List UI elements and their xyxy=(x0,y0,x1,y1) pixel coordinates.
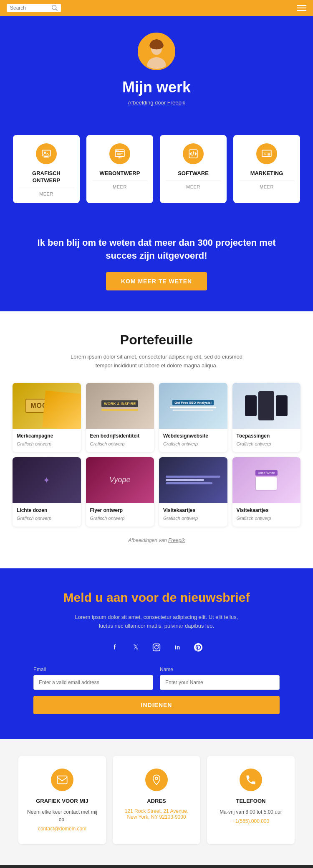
name-input[interactable] xyxy=(160,675,280,690)
contact-telefoon-link[interactable]: +1(555).000.000 xyxy=(215,818,286,824)
service-meer-webontwerp[interactable]: MEER xyxy=(92,181,147,189)
contact-adres-link[interactable]: 121 Rock Street, 21 Avenue. New York, NY… xyxy=(121,808,192,820)
portfolio-item-4-title: Lichte dozen xyxy=(17,507,77,513)
portfolio-item-5[interactable]: Vyope Flyer ontwerp Grafisch ontwerp xyxy=(86,457,154,527)
svg-point-19 xyxy=(155,777,158,779)
portfolio-item-0-category: Grafisch ontwerp xyxy=(17,441,51,446)
newsletter-description: Lorem ipsum dolor sit amet, consectetur … xyxy=(73,613,240,631)
contact-icon-email xyxy=(51,769,73,791)
contact-telefoon-title: TELEFOON xyxy=(215,798,286,804)
portfolio-item-4[interactable]: ✦ Lichte dozen Grafisch ontwerp xyxy=(13,457,81,527)
portfolio-item-7-title: Visitekaartjes xyxy=(237,507,297,513)
svg-point-8 xyxy=(116,150,117,151)
portfolio-item-5-title: Flyer ontwerp xyxy=(90,507,150,513)
contact-telefoon-text: Ma-vrij van 8.00 tot 5.00 uur xyxy=(215,808,286,816)
portfolio-item-6[interactable]: Visitekaartjes Grafisch ontwerp xyxy=(159,457,227,527)
service-icon-webontwerp xyxy=(109,143,130,164)
service-title-webontwerp: WEBONTWERP xyxy=(92,170,147,177)
social-pinterest[interactable] xyxy=(192,641,205,654)
social-instagram[interactable] xyxy=(150,641,163,654)
name-group: Name xyxy=(160,667,280,690)
portfolio-item-1-title: Een bedrijfsidentiteit xyxy=(90,433,150,439)
social-linkedin[interactable]: in xyxy=(171,641,184,654)
avatar xyxy=(138,33,175,70)
contact-icon-phone xyxy=(240,769,262,791)
svg-point-9 xyxy=(118,150,119,151)
service-icon-software xyxy=(183,143,204,164)
svg-rect-14 xyxy=(268,153,270,155)
portfolio-item-1[interactable]: WORK & INSPIRE Een bedrijfsidentiteit Gr… xyxy=(86,383,154,452)
search-box[interactable] xyxy=(7,4,61,12)
portfolio-item-3-title: Toepassingen xyxy=(237,433,297,439)
social-twitter[interactable]: 𝕏 xyxy=(129,641,142,654)
service-title-grafisch: GRAFISCHONTWERP xyxy=(19,170,74,184)
svg-rect-15 xyxy=(153,644,160,651)
svg-point-17 xyxy=(158,645,159,646)
header xyxy=(0,0,313,16)
footer: Sample text. Click to select the Text El… xyxy=(0,865,313,868)
name-label: Name xyxy=(160,667,280,672)
services-section: GRAFISCHONTWERP MEER WEBONTWERP MEER xyxy=(0,127,313,224)
hamburger-menu[interactable] xyxy=(297,5,306,11)
hero-title: Mijn werk xyxy=(8,79,305,96)
portfolio-item-5-category: Grafisch ontwerp xyxy=(90,516,125,521)
svg-rect-4 xyxy=(42,150,50,156)
search-input[interactable] xyxy=(10,5,52,11)
portfolio-item-0-title: Merkcampagne xyxy=(17,433,77,439)
contact-section: GRAFIEK VOOR MIJ Neem elke keer contact … xyxy=(0,739,313,865)
contact-card-adres: ADRES 121 Rock Street, 21 Avenue. New Yo… xyxy=(113,756,200,844)
svg-point-16 xyxy=(155,645,158,649)
portfolio-section: Portefeuille Lorem ipsum dolor sit amet,… xyxy=(0,311,313,568)
contact-grafiek-link[interactable]: contact@domein.com xyxy=(27,826,98,832)
contact-card-grafiek: GRAFIEK VOOR MIJ Neem elke keer contact … xyxy=(18,756,106,844)
portfolio-item-0[interactable]: MOCKUP Merkcampagne Grafisch ontwerp xyxy=(13,383,81,452)
portfolio-credit-link[interactable]: Freepik xyxy=(168,537,185,543)
portfolio-item-2-category: Grafisch ontwerp xyxy=(163,441,198,446)
email-label: Email xyxy=(33,667,153,672)
cta-text: Ik ben blij om te weten dat meer dan 300… xyxy=(33,237,280,262)
contact-grafiek-text: Neem elke keer contact met mij op. xyxy=(27,808,98,823)
portfolio-item-3[interactable]: Toepassingen Grafisch ontwerp xyxy=(232,383,301,452)
service-card-webontwerp[interactable]: WEBONTWERP MEER xyxy=(86,135,153,203)
portfolio-credit: Afbeeldingen van Freepik xyxy=(13,533,300,556)
service-meer-grafisch[interactable]: MEER xyxy=(19,188,74,196)
hero-subtitle[interactable]: Afbeelding door Freepik xyxy=(8,99,305,106)
portfolio-item-6-category: Grafisch ontwerp xyxy=(163,516,198,521)
portfolio-item-7-category: Grafisch ontwerp xyxy=(237,516,271,521)
hero-section: Mijn werk Afbeelding door Freepik xyxy=(0,16,313,127)
submit-button[interactable]: INDIENEN xyxy=(33,696,280,714)
portfolio-title: Portefeuille xyxy=(13,332,300,348)
portfolio-item-7[interactable]: Bose White Visitekaartjes Grafisch ontwe… xyxy=(232,457,301,527)
contact-card-telefoon: TELEFOON Ma-vrij van 8.00 tot 5.00 uur +… xyxy=(207,756,295,844)
email-group: Email xyxy=(33,667,153,690)
portfolio-grid: MOCKUP Merkcampagne Grafisch ontwerp WOR… xyxy=(13,383,300,527)
search-icon xyxy=(52,5,58,11)
portfolio-item-6-title: Visitekaartjes xyxy=(163,507,223,513)
svg-rect-18 xyxy=(57,776,67,784)
cta-button[interactable]: KOM MEER TE WETEN xyxy=(106,272,207,290)
service-title-software: SOFTWARE xyxy=(166,170,221,177)
service-meer-software[interactable]: MEER xyxy=(166,181,221,189)
social-icons: f 𝕏 in xyxy=(33,641,280,654)
service-icon-grafisch xyxy=(36,143,57,164)
portfolio-item-2[interactable]: Get Free SEO Analysis! Webdesignwebsite … xyxy=(159,383,227,452)
portfolio-item-2-title: Webdesignwebsite xyxy=(163,433,223,439)
contact-icon-location xyxy=(145,769,168,791)
portfolio-item-4-category: Grafisch ontwerp xyxy=(17,516,51,521)
portfolio-item-1-category: Grafisch ontwerp xyxy=(90,441,125,446)
contact-grafiek-title: GRAFIEK VOOR MIJ xyxy=(27,798,98,804)
newsletter-title: Meld u aan voor de nieuwsbrief xyxy=(33,589,280,606)
service-card-marketing[interactable]: MARKETING MEER xyxy=(233,135,300,203)
service-card-software[interactable]: SOFTWARE MEER xyxy=(160,135,227,203)
service-meer-marketing[interactable]: MEER xyxy=(239,181,294,189)
newsletter-form: Email Name xyxy=(33,667,280,690)
service-title-marketing: MARKETING xyxy=(239,170,294,177)
contact-adres-title: ADRES xyxy=(121,798,192,804)
social-facebook[interactable]: f xyxy=(108,641,121,654)
cta-section: Ik ben blij om te weten dat meer dan 300… xyxy=(0,224,313,312)
service-icon-marketing xyxy=(256,143,277,164)
service-card-grafisch[interactable]: GRAFISCHONTWERP MEER xyxy=(13,135,80,203)
newsletter-section: Meld u aan voor de nieuwsbrief Lorem ips… xyxy=(0,568,313,739)
portfolio-description: Lorem ipsum dolor sit amet, consectetur … xyxy=(65,353,248,370)
email-input[interactable] xyxy=(33,675,153,690)
